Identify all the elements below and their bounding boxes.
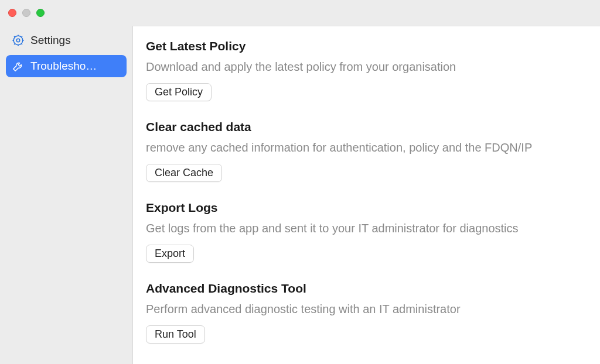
- wrench-icon: [12, 60, 25, 73]
- get-policy-button[interactable]: Get Policy: [146, 83, 212, 101]
- svg-line-6: [14, 36, 15, 37]
- svg-line-7: [22, 44, 22, 44]
- app-window: Settings Troublesho… Get Latest Policy D…: [0, 0, 600, 364]
- titlebar: [0, 0, 600, 26]
- svg-point-0: [13, 36, 23, 45]
- svg-line-9: [22, 36, 22, 37]
- sidebar-item-label: Settings: [30, 34, 71, 47]
- section-advanced-diagnostics: Advanced Diagnostics Tool Perform advanc…: [146, 281, 587, 344]
- window-body: Settings Troublesho… Get Latest Policy D…: [0, 26, 600, 364]
- section-description: Download and apply the latest policy fro…: [146, 59, 587, 75]
- window-zoom-button[interactable]: [36, 9, 45, 17]
- section-get-latest-policy: Get Latest Policy Download and apply the…: [146, 39, 587, 101]
- gear-icon: [12, 34, 25, 47]
- window-close-button[interactable]: [8, 9, 16, 17]
- section-export-logs: Export Logs Get logs from the app and se…: [146, 201, 587, 263]
- sidebar-item-settings[interactable]: Settings: [6, 29, 127, 51]
- sidebar-item-troubleshooting[interactable]: Troublesho…: [6, 55, 127, 77]
- section-title: Clear cached data: [146, 120, 587, 134]
- svg-point-1: [16, 39, 20, 42]
- clear-cache-button[interactable]: Clear Cache: [146, 164, 222, 182]
- section-description: Perform advanced diagnostic testing with…: [146, 301, 587, 317]
- window-minimize-button[interactable]: [22, 9, 30, 17]
- sidebar-item-label: Troublesho…: [30, 60, 97, 73]
- svg-line-8: [14, 44, 15, 44]
- sidebar: Settings Troublesho…: [0, 26, 132, 364]
- section-title: Advanced Diagnostics Tool: [146, 281, 587, 296]
- run-tool-button[interactable]: Run Tool: [146, 325, 205, 344]
- section-title: Export Logs: [146, 201, 587, 215]
- section-description: remove any cached information for authen…: [146, 140, 587, 156]
- section-description: Get logs from the app and sent it to you…: [146, 221, 587, 236]
- section-clear-cached-data: Clear cached data remove any cached info…: [146, 120, 587, 182]
- content-pane: Get Latest Policy Download and apply the…: [132, 26, 600, 364]
- section-title: Get Latest Policy: [146, 39, 587, 53]
- export-button[interactable]: Export: [146, 245, 194, 263]
